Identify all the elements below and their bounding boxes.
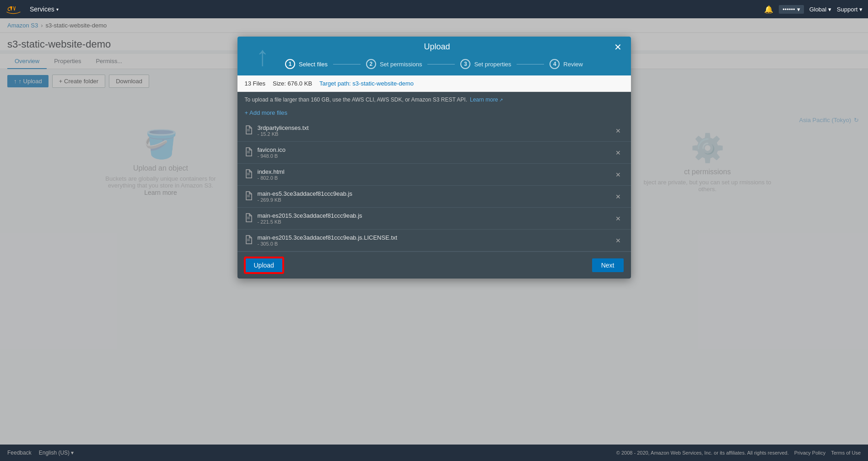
file-name: 3rdpartylicenses.txt xyxy=(258,124,613,131)
notice-text: To upload a file larger than 160 GB, use… xyxy=(245,96,467,103)
file-info: main-es2015.3ce3addacef81ccc9eab.js.LICE… xyxy=(258,234,613,247)
file-icon xyxy=(245,213,252,224)
modal-title: Upload xyxy=(260,42,614,52)
step-divider-1 xyxy=(333,64,361,64)
file-info: 3rdpartylicenses.txt - 15.2 KB xyxy=(258,124,613,137)
file-size: - 15.2 KB xyxy=(258,131,613,137)
upload-notice: To upload a file larger than 160 GB, use… xyxy=(237,92,631,107)
step-3-circle: 3 xyxy=(460,59,470,69)
file-info: main-es2015.3ce3addacef81ccc9eab.js - 22… xyxy=(258,212,613,225)
files-size-value: 676.0 KB xyxy=(288,80,313,87)
wizard-steps: 1 Select files 2 Set permissions 3 Set p… xyxy=(247,55,622,75)
step-1-circle: 1 xyxy=(285,59,295,69)
file-icon xyxy=(245,235,252,246)
file-name: favicon.ico xyxy=(258,146,613,153)
step-4-label: Review xyxy=(563,61,583,68)
file-icon xyxy=(245,147,252,158)
services-label: Services xyxy=(30,5,54,13)
modal-title-row: Upload ✕ xyxy=(247,37,622,55)
services-menu[interactable]: Services ▾ xyxy=(26,3,63,15)
file-remove-button[interactable]: ✕ xyxy=(613,126,624,135)
files-info-bar: 13 Files Size: 676.0 KB Target path: s3-… xyxy=(237,75,631,92)
modal-header: ↑ Upload ✕ 1 Select files 2 Set permissi… xyxy=(237,37,631,75)
upload-bg-arrow: ↑ xyxy=(256,40,270,72)
file-name: main-es2015.3ce3addacef81ccc9eab.js.LICE… xyxy=(258,234,613,241)
top-navbar: Services ▾ 🔔 •••••• ▾ Global ▾ Support ▾ xyxy=(0,0,868,18)
services-arrow-icon: ▾ xyxy=(56,7,59,12)
account-menu[interactable]: •••••• ▾ xyxy=(779,5,803,14)
file-size: - 221.5 KB xyxy=(258,219,613,225)
main-content: Amazon S3 › s3-static-website-demo s3-st… xyxy=(0,18,868,445)
file-name: main-es2015.3ce3addacef81ccc9eab.js xyxy=(258,212,613,219)
file-list: 3rdpartylicenses.txt - 15.2 KB ✕ favicon… xyxy=(237,120,631,252)
step-4-circle: 4 xyxy=(550,59,560,69)
file-size: - 948.0 B xyxy=(258,153,613,159)
file-name: main-es5.3ce3addacef81ccc9eab.js xyxy=(258,190,613,197)
target-path-value: s3-static-website-demo xyxy=(352,80,414,87)
file-icon xyxy=(245,125,252,136)
aws-logo[interactable] xyxy=(5,4,22,15)
navbar-right: 🔔 •••••• ▾ Global ▾ Support ▾ xyxy=(764,5,863,14)
file-list-item: index.html - 802.0 B ✕ xyxy=(237,164,631,186)
file-remove-button[interactable]: ✕ xyxy=(613,214,624,223)
learn-more-link[interactable]: Learn more ↗ xyxy=(470,96,503,103)
upload-modal: ↑ Upload ✕ 1 Select files 2 Set permissi… xyxy=(237,37,631,279)
file-list-item: main-es2015.3ce3addacef81ccc9eab.js - 22… xyxy=(237,208,631,230)
step-divider-3 xyxy=(517,64,544,64)
file-list-item: main-es2015.3ce3addacef81ccc9eab.js.LICE… xyxy=(237,230,631,252)
modal-body: 13 Files Size: 676.0 KB Target path: s3-… xyxy=(237,75,631,252)
account-name: •••••• xyxy=(782,6,795,13)
file-icon xyxy=(245,169,252,180)
file-remove-button[interactable]: ✕ xyxy=(613,192,624,201)
modal-footer: Upload Next xyxy=(237,252,631,279)
file-list-item: 3rdpartylicenses.txt - 15.2 KB ✕ xyxy=(237,120,631,142)
wizard-step-3[interactable]: 3 Set properties xyxy=(460,59,511,69)
file-name: index.html xyxy=(258,168,613,175)
step-divider-2 xyxy=(427,64,455,64)
files-size: Size: 676.0 KB xyxy=(273,80,312,87)
file-list-item: favicon.ico - 948.0 B ✕ xyxy=(237,142,631,164)
add-more-files-button[interactable]: + Add more files xyxy=(245,109,288,116)
wizard-step-4[interactable]: 4 Review xyxy=(550,59,583,69)
file-icon xyxy=(245,191,252,202)
file-info: favicon.ico - 948.0 B xyxy=(258,146,613,159)
global-region-selector[interactable]: Global ▾ xyxy=(809,6,831,13)
target-path: Target path: s3-static-website-demo xyxy=(319,80,414,87)
file-remove-button[interactable]: ✕ xyxy=(613,148,624,157)
modal-upload-button[interactable]: Upload xyxy=(245,257,283,273)
wizard-step-2[interactable]: 2 Set permissions xyxy=(366,59,422,69)
file-info: index.html - 802.0 B xyxy=(258,168,613,181)
step-1-label: Select files xyxy=(299,61,328,68)
add-more-files-area: + Add more files xyxy=(237,107,631,120)
modal-close-button[interactable]: ✕ xyxy=(614,43,622,52)
modal-next-button[interactable]: Next xyxy=(592,258,624,272)
step-2-circle: 2 xyxy=(366,59,376,69)
file-size: - 269.9 KB xyxy=(258,197,613,203)
account-arrow-icon: ▾ xyxy=(797,6,800,13)
file-remove-button[interactable]: ✕ xyxy=(613,236,624,245)
notifications-icon[interactable]: 🔔 xyxy=(764,5,773,14)
file-list-item: main-es5.3ce3addacef81ccc9eab.js - 269.9… xyxy=(237,186,631,208)
step-3-label: Set properties xyxy=(474,61,511,68)
file-size: - 305.0 B xyxy=(258,241,613,247)
file-remove-button[interactable]: ✕ xyxy=(613,170,624,179)
files-count: 13 Files xyxy=(245,80,266,87)
step-2-label: Set permissions xyxy=(380,61,422,68)
file-size: - 802.0 B xyxy=(258,175,613,181)
file-info: main-es5.3ce3addacef81ccc9eab.js - 269.9… xyxy=(258,190,613,203)
wizard-step-1[interactable]: 1 Select files xyxy=(285,59,328,69)
support-menu[interactable]: Support ▾ xyxy=(837,6,863,13)
